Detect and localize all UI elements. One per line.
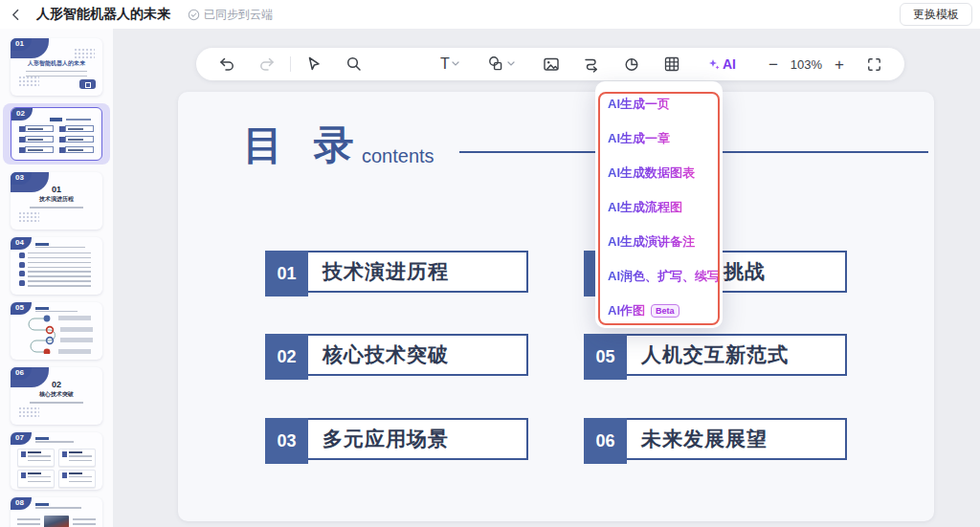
text-tool-button[interactable]: T — [436, 51, 463, 77]
thumb-title-lines — [35, 437, 102, 444]
dot-pattern — [18, 76, 39, 88]
slide-number-badge: 04 — [11, 237, 32, 250]
toc-item-number: 02 — [265, 334, 308, 380]
pie-chart-icon — [622, 55, 641, 74]
change-template-button[interactable]: 更换模板 — [900, 3, 972, 26]
dot-pattern — [18, 406, 39, 419]
toolbar-divider — [290, 56, 291, 72]
document-title: 人形智能机器人的未来 — [36, 6, 170, 23]
top-bar: 人形智能机器人的未来 已同步到云端 更换模板 — [0, 0, 980, 29]
thumb-list-row — [19, 253, 102, 259]
thumb-list-row — [19, 271, 102, 277]
slide-thumbnail-7[interactable]: 07 — [11, 432, 102, 490]
dot-pattern — [74, 48, 95, 60]
thumb-title-lines — [35, 307, 102, 314]
text-tool-label: T — [440, 55, 450, 73]
connector-icon — [582, 55, 601, 74]
slide-thumbnail-2-selected[interactable]: 02 — [11, 107, 102, 161]
search-icon — [345, 55, 364, 74]
chevron-left-icon — [9, 7, 24, 22]
thumb-slide-title: 人形智能机器人的未来 — [11, 59, 102, 68]
thumb-section-title: 技术演进历程 — [11, 195, 102, 204]
fullscreen-button[interactable] — [860, 51, 887, 77]
ai-tool-button[interactable]: AI — [708, 56, 736, 72]
zoom-out-button[interactable]: − — [766, 56, 781, 73]
slide-thumbnail-1[interactable]: 01 人形智能机器人的未来 — [11, 38, 102, 96]
table-tool-button[interactable] — [658, 51, 685, 77]
undo-icon — [217, 55, 236, 74]
sparkle-icon — [708, 58, 720, 70]
slide-thumbnail-6[interactable]: 06 02 核心技术突破 — [11, 367, 102, 425]
redo-button[interactable] — [254, 51, 280, 77]
slide-number-badge: 07 — [11, 432, 32, 445]
thumb-section-title: 核心技术突破 — [11, 390, 102, 399]
slide-number-badge: 08 — [11, 497, 32, 510]
text-line-group — [30, 402, 83, 405]
thumb-photo-layout — [11, 513, 102, 527]
sync-status: 已同步到云端 — [188, 7, 273, 23]
slide-thumbnail-5[interactable]: 05 — [11, 302, 102, 360]
editor-toolbar: T AI − 103% + — [196, 48, 904, 80]
undo-button[interactable] — [213, 51, 240, 77]
slide-thumbnail-panel: 01 人形智能机器人的未来 02 — [0, 29, 113, 527]
text-line-group — [30, 207, 83, 209]
toc-item-label: 人机交互新范式 — [641, 334, 789, 376]
chevron-down-icon — [507, 61, 515, 67]
thumb-button-shape — [79, 79, 96, 89]
fullscreen-icon — [865, 55, 883, 74]
back-button[interactable] — [0, 0, 33, 29]
toc-item-02[interactable]: 02 核心技术突破 — [265, 334, 528, 380]
toc-item-number: 05 — [584, 334, 627, 380]
ai-menu-item-polish-expand-continue[interactable]: AI润色、扩写、续写 — [608, 259, 717, 294]
select-tool-button[interactable] — [301, 51, 327, 77]
thumb-title-lines — [35, 503, 102, 510]
slide-canvas[interactable]: 目 录 contents 01 技术演进历程 02 核心技术突破 03 多元应用… — [178, 92, 934, 521]
chart-tool-button[interactable] — [618, 51, 645, 77]
ai-menu-item-generate-flowchart[interactable]: AI生成流程图 — [608, 190, 717, 225]
slide-title[interactable]: 目 录 — [243, 119, 364, 172]
thumb-title-lines — [35, 243, 102, 250]
toc-item-label: 技术演进历程 — [323, 251, 449, 293]
check-circle-icon — [188, 9, 200, 21]
ai-menu-item-generate-chart[interactable]: AI生成数据图表 — [608, 156, 717, 190]
presentation-editor: 人形智能机器人的未来 已同步到云端 更换模板 01 人形智能机器人的未来 02 — [0, 0, 980, 527]
toc-item-label: 核心技术突破 — [323, 334, 449, 376]
dot-pattern — [18, 211, 39, 224]
slide-thumbnail-8[interactable]: 08 — [11, 497, 102, 527]
cursor-icon — [304, 55, 323, 74]
ai-menu-item-generate-page[interactable]: AI生成一页 — [608, 87, 717, 121]
ai-menu-item-generate-speaker-notes[interactable]: AI生成演讲备注 — [608, 225, 717, 259]
connector-tool-button[interactable] — [578, 51, 605, 77]
chevron-down-icon — [452, 61, 459, 67]
slide-thumbnail-4[interactable]: 04 — [11, 237, 102, 295]
thumb-list-row — [19, 280, 102, 287]
image-icon — [542, 55, 561, 74]
zoom-in-button[interactable]: + — [832, 56, 847, 73]
thumb-photo — [44, 516, 69, 527]
ai-dropdown-menu: AI生成一页 AI生成一章 AI生成数据图表 AI生成流程图 AI生成演讲备注 … — [595, 81, 723, 328]
slide-subtitle[interactable]: contents — [362, 145, 434, 167]
shapes-icon — [486, 55, 505, 74]
toc-item-label: 多元应用场景 — [323, 418, 449, 460]
search-button[interactable] — [341, 51, 368, 77]
thumb-contents-header — [21, 118, 101, 121]
table-grid-icon — [662, 55, 681, 74]
thumb-flow-diagram — [18, 314, 102, 354]
toc-item-01[interactable]: 01 技术演进历程 — [265, 251, 528, 296]
sync-status-label: 已同步到云端 — [204, 7, 273, 23]
thumb-list-row — [19, 262, 102, 269]
ai-menu-item-draw[interactable]: AI作图Beta — [608, 294, 717, 328]
redo-icon — [257, 55, 277, 74]
beta-badge: Beta — [651, 304, 679, 318]
toc-item-03[interactable]: 03 多元应用场景 — [265, 418, 528, 464]
toc-item-number: 03 — [265, 418, 308, 464]
selected-thumbnail-highlight: 02 — [3, 103, 110, 165]
ai-menu-item-generate-chapter[interactable]: AI生成一章 — [608, 121, 717, 156]
image-tool-button[interactable] — [538, 51, 565, 77]
toc-item-05[interactable]: 05 人机交互新范式 — [584, 334, 847, 380]
shape-tool-button[interactable] — [486, 51, 515, 77]
toc-item-06[interactable]: 06 未来发展展望 — [584, 418, 847, 464]
slide-thumbnail-3[interactable]: 03 01 技术演进历程 — [11, 172, 102, 230]
zoom-level: 103% — [791, 57, 822, 72]
thumb-card-grid — [11, 447, 102, 488]
